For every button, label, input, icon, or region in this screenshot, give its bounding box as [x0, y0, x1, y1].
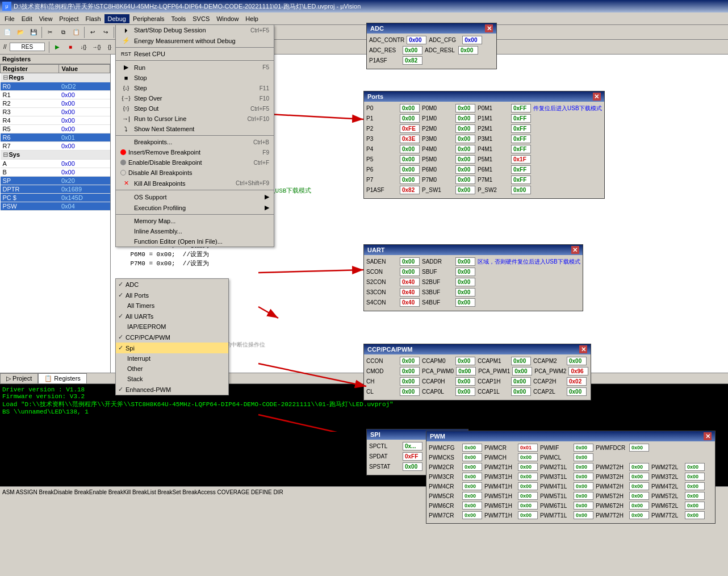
p5m1-val[interactable]: 0x1F — [511, 155, 531, 164]
menu-window[interactable]: Window — [213, 14, 242, 23]
pwm6t1h-val[interactable]: 0x00 — [518, 502, 538, 510]
dm-inlineassembly[interactable]: Inline Assembly... — [116, 226, 274, 236]
sbuf-val[interactable]: 0x00 — [455, 268, 475, 276]
pwm7t1l-val[interactable]: 0x00 — [574, 511, 593, 519]
ccap2h-val[interactable]: 0x02 — [567, 377, 587, 386]
p4m0-val[interactable]: 0x00 — [455, 145, 475, 153]
tb-open[interactable]: 📂 — [14, 26, 27, 39]
dm-run[interactable]: ▶ Run F5 — [116, 62, 274, 73]
pwm3t2h-val[interactable]: 0x00 — [629, 473, 649, 481]
pwmcfg-val[interactable]: 0x00 — [462, 444, 482, 452]
reg-row-r0[interactable]: R0 0xD2 — [1, 82, 110, 91]
pm-allports[interactable]: All Ports — [116, 290, 228, 300]
tb-paste[interactable]: 📋 — [70, 26, 82, 39]
reg-row-dptr[interactable]: DPTR 0x1689 — [1, 185, 110, 194]
tb-redo[interactable]: ↪ — [99, 26, 112, 39]
ccapm1-val[interactable]: 0x00 — [511, 357, 531, 365]
dm-ossupport[interactable]: OS Support ▶ — [116, 191, 274, 202]
menu-peripherals[interactable]: Peripherals — [129, 14, 168, 23]
dm-stepover[interactable]: {→} Step Over F10 — [116, 93, 274, 103]
pwm4t2h-val[interactable]: 0x00 — [629, 482, 649, 490]
adc-p1asf-val[interactable]: 0x82 — [403, 56, 422, 65]
pwm6t1l-val[interactable]: 0x00 — [574, 502, 593, 510]
pm-iapeeprom[interactable]: IAP/EEPROM — [116, 322, 228, 332]
pwm4t1h-val[interactable]: 0x00 — [518, 482, 538, 490]
menu-edit[interactable]: Edit — [18, 14, 36, 23]
pm-ccppcapwm[interactable]: CCP/PCA/PWM — [116, 332, 228, 343]
tb2-stop[interactable]: ■ — [64, 41, 77, 53]
tb-cut[interactable]: ✂ — [44, 26, 56, 39]
ccap0h-val[interactable]: 0x00 — [455, 377, 475, 386]
menu-tools[interactable]: Tools — [168, 14, 190, 23]
p2m1-val[interactable]: 0xFF — [511, 124, 531, 133]
reg-row-r2[interactable]: R2 0x00 — [1, 99, 110, 108]
dm-start-stop[interactable]: ⏵ Start/Stop Debug Session Ctrl+F5 — [116, 25, 274, 35]
tab-registers[interactable]: 📋 Registers — [38, 373, 87, 383]
pwmch-val[interactable]: 0x00 — [518, 453, 538, 461]
pwm3t2l-val[interactable]: 0x00 — [685, 473, 705, 481]
pwm2t2h-val[interactable]: 0x00 — [629, 463, 649, 471]
tb2-stepover[interactable]: →{} — [90, 41, 103, 53]
p7m0-val[interactable]: 0x00 — [455, 176, 475, 184]
p2m0-val[interactable]: 0x00 — [455, 124, 475, 133]
p1m0-val[interactable]: 0x00 — [455, 114, 475, 123]
p6-val[interactable]: 0x00 — [400, 165, 420, 174]
pm-enhancedpwm[interactable]: Enhanced-PWM — [116, 384, 228, 395]
p6m1-val[interactable]: 0xFF — [511, 165, 531, 174]
dm-memorymap[interactable]: Memory Map... — [116, 216, 274, 226]
reg-row-psw[interactable]: PSW 0x04 — [1, 202, 110, 211]
tb-undo[interactable]: ↩ — [86, 26, 99, 39]
reg-row-r7[interactable]: R7 0x00 — [1, 142, 110, 151]
spctl-val[interactable]: 0x... — [403, 442, 422, 450]
pwm7t2h-val[interactable]: 0x00 — [629, 511, 649, 519]
spstat-val[interactable]: 0x00 — [403, 462, 422, 471]
pca-pwm1-val[interactable]: 0x00 — [512, 367, 532, 375]
p6m0-val[interactable]: 0x00 — [455, 165, 475, 174]
dm-stop[interactable]: ■ Stop — [116, 73, 274, 83]
p7-val[interactable]: 0x00 — [400, 176, 420, 184]
tab-project[interactable]: ▷ Project — [0, 373, 38, 383]
reg-row-r1[interactable]: R1 0x00 — [1, 91, 110, 99]
adc-close-button[interactable]: ✕ — [485, 24, 493, 32]
dm-energy[interactable]: ⚡ Energy Measurement without Debug — [116, 35, 274, 46]
s3buf-val[interactable]: 0x00 — [455, 288, 475, 297]
dm-functioneditor[interactable]: Function Editor (Open Ini File)... — [116, 236, 274, 247]
s3con-val[interactable]: 0x40 — [400, 288, 420, 297]
ccapm2-val[interactable]: 0x00 — [567, 357, 587, 365]
pm-adc[interactable]: ADC — [116, 279, 228, 290]
pwm5cr-val[interactable]: 0x00 — [462, 492, 482, 500]
ccp-close-button[interactable]: ✕ — [579, 345, 587, 353]
pwm2t2l-val[interactable]: 0x00 — [685, 463, 705, 471]
pwm2t1h-val[interactable]: 0x00 — [518, 463, 538, 471]
p7m1-val[interactable]: 0xFF — [511, 176, 531, 184]
pca-pwm0-val[interactable]: 0x00 — [456, 367, 476, 375]
pwm4t2l-val[interactable]: 0x00 — [685, 482, 705, 490]
cl-val[interactable]: 0x00 — [400, 387, 420, 396]
pwmif-val[interactable]: 0x00 — [574, 444, 593, 452]
ccap0l-val[interactable]: 0x00 — [455, 387, 475, 396]
pm-alltimers[interactable]: All Timers — [116, 300, 228, 311]
adc-resl-val[interactable]: 0x00 — [458, 46, 478, 55]
pwm7cr-val[interactable]: 0x00 — [462, 511, 482, 519]
pwm-close-button[interactable]: ✕ — [704, 432, 712, 440]
ccap1l-val[interactable]: 0x00 — [511, 387, 531, 396]
ports-close-button[interactable]: ✕ — [593, 93, 601, 101]
dm-runcursor[interactable]: →| Run to Cursor Line Ctrl+F10 — [116, 114, 274, 124]
p-sw2-val[interactable]: 0x00 — [511, 186, 531, 194]
pwm7t2l-val[interactable]: 0x00 — [685, 511, 705, 519]
pm-interrupt[interactable]: Interrupt — [116, 353, 228, 364]
pwm6t2l-val[interactable]: 0x00 — [685, 502, 705, 510]
pwm3t1h-val[interactable]: 0x00 — [518, 473, 538, 481]
spdat-val[interactable]: 0xFF — [403, 452, 422, 461]
dm-killallbp[interactable]: ✕ Kill All Breakpoints Ctrl+Shift+F9 — [116, 178, 274, 189]
uart-close-button[interactable]: ✕ — [571, 246, 579, 254]
p0-val[interactable]: 0x00 — [400, 104, 420, 112]
p3-val[interactable]: 0x3E — [400, 135, 420, 143]
tb-save[interactable]: 💾 — [27, 26, 40, 39]
ccap2l-val[interactable]: 0x00 — [567, 387, 587, 396]
reg-row-sp[interactable]: SP 0x20 — [1, 177, 110, 185]
tb-copy[interactable]: ⧉ — [57, 26, 69, 39]
ports-p1asf-val[interactable]: 0x82 — [400, 186, 420, 194]
reg-row-r6[interactable]: R6 0x01 — [1, 133, 110, 142]
pwm6t2h-val[interactable]: 0x00 — [629, 502, 649, 510]
